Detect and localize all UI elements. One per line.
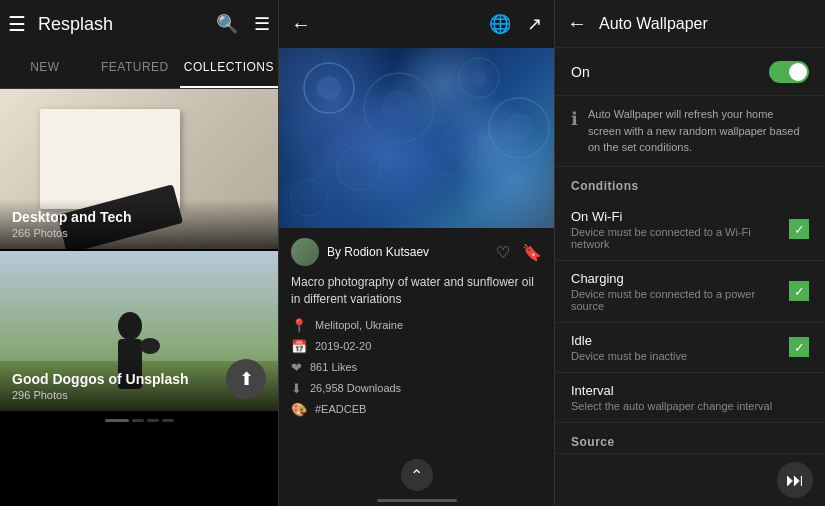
- location-icon: 📍: [291, 318, 307, 333]
- scroll-dot-3: [147, 419, 159, 422]
- avatar: [291, 238, 319, 266]
- svg-point-6: [317, 76, 341, 100]
- tabs: NEW FEATURED COLLECTIONS: [0, 48, 278, 89]
- wifi-checkmark: ✓: [794, 222, 805, 237]
- charging-title: Charging: [571, 271, 789, 286]
- wifi-sub: Device must be connected to a Wi-Fi netw…: [571, 226, 789, 250]
- left-header-icons: 🔍 ☰: [216, 13, 270, 35]
- on-setting-row: On: [555, 48, 825, 96]
- charging-sub: Device must be connected to a power sour…: [571, 288, 789, 312]
- interval-title: Interval: [571, 383, 809, 398]
- info-row: ℹ Auto Wallpaper will refresh your home …: [555, 96, 825, 167]
- menu-icon[interactable]: ☰: [8, 12, 26, 36]
- svg-point-15: [504, 113, 534, 143]
- idle-condition-text: Idle Device must be inactive: [571, 333, 789, 362]
- collection-overlay: Desktop and Tech 266 Photos: [0, 199, 278, 249]
- info-icon: ℹ: [571, 108, 578, 130]
- collection-count: 266 Photos: [12, 227, 266, 239]
- wifi-title: On Wi-Fi: [571, 209, 789, 224]
- back-icon[interactable]: ←: [291, 13, 311, 36]
- svg-point-4: [140, 338, 160, 354]
- scroll-dot-1: [105, 419, 129, 422]
- meta-date: 📅 2019-02-20: [291, 339, 542, 354]
- bookmark-icon[interactable]: 🔖: [522, 243, 542, 262]
- skip-button[interactable]: ⏭: [777, 462, 813, 498]
- wifi-condition-row: On Wi-Fi Device must be connected to a W…: [555, 199, 825, 261]
- chevron-up-button[interactable]: ⌃: [401, 459, 433, 491]
- photo-container: [279, 48, 554, 228]
- color-hex: #EADCEB: [315, 403, 366, 415]
- collection-item[interactable]: Desktop and Tech 266 Photos: [0, 89, 278, 249]
- heart-icon: ❤: [291, 360, 302, 375]
- like-icon[interactable]: ♡: [496, 243, 510, 262]
- interval-row[interactable]: Interval Select the auto wallpaper chang…: [555, 373, 825, 423]
- left-panel: ☰ Resplash 🔍 ☰ NEW FEATURED COLLECTIONS …: [0, 0, 278, 506]
- likes-text: 861 Likes: [310, 361, 357, 373]
- nav-bar: [377, 499, 457, 502]
- middle-bottom-bar: ⌃: [279, 455, 554, 495]
- globe-icon[interactable]: 🌐: [489, 13, 511, 35]
- charging-checkbox[interactable]: ✓: [789, 281, 809, 301]
- source-header: Source: [555, 423, 825, 454]
- right-panel: ← Auto Wallpaper On ℹ Auto Wallpaper wil…: [554, 0, 825, 506]
- filter-icon[interactable]: ☰: [254, 13, 270, 35]
- app-title: Resplash: [38, 14, 216, 35]
- charging-checkmark: ✓: [794, 284, 805, 299]
- author-name: By Rodion Kutsaev: [327, 245, 496, 259]
- idle-checkbox[interactable]: ✓: [789, 337, 809, 357]
- skip-icon: ⏭: [786, 470, 804, 491]
- meta-downloads: ⬇ 26,958 Downloads: [291, 381, 542, 396]
- color-dot: [380, 402, 394, 416]
- on-label: On: [571, 64, 769, 80]
- wifi-checkbox[interactable]: ✓: [789, 219, 809, 239]
- charging-condition-row: Charging Device must be connected to a p…: [555, 261, 825, 323]
- idle-checkmark: ✓: [794, 340, 805, 355]
- downloads-text: 26,958 Downloads: [310, 382, 401, 394]
- tab-new[interactable]: NEW: [0, 48, 90, 88]
- scroll-dot-4: [162, 419, 174, 422]
- bottom-indicator: [279, 495, 554, 506]
- meta-likes: ❤ 861 Likes: [291, 360, 542, 375]
- toggle-knob: [789, 63, 807, 81]
- right-header: ← Auto Wallpaper: [555, 0, 825, 48]
- idle-sub: Device must be inactive: [571, 350, 789, 362]
- svg-point-2: [118, 312, 142, 340]
- collection-item[interactable]: Good Doggos of Unsplash 296 Photos ⬆: [0, 251, 278, 411]
- svg-point-12: [435, 134, 463, 162]
- middle-header: ← 🌐 ↗: [279, 0, 554, 48]
- upload-fab[interactable]: ⬆: [226, 359, 266, 399]
- interval-sub: Select the auto wallpaper change interva…: [571, 400, 809, 412]
- conditions-header: Conditions: [555, 167, 825, 199]
- location-text: Melitopol, Ukraine: [315, 319, 403, 331]
- tab-featured[interactable]: FEATURED: [90, 48, 180, 88]
- tab-collections[interactable]: COLLECTIONS: [180, 48, 278, 88]
- collections-grid: Desktop and Tech 266 Photos: [0, 89, 278, 506]
- middle-panel: ← 🌐 ↗ By Rodion Kutsaev ♡: [278, 0, 554, 506]
- photo-info: By Rodion Kutsaev ♡ 🔖 Macro photography …: [279, 228, 554, 433]
- right-content: On ℹ Auto Wallpaper will refresh your ho…: [555, 48, 825, 453]
- svg-point-16: [291, 180, 327, 216]
- right-back-icon[interactable]: ←: [567, 12, 587, 35]
- charging-condition-text: Charging Device must be connected to a p…: [571, 271, 789, 312]
- svg-point-10: [471, 70, 487, 86]
- svg-point-8: [381, 90, 417, 126]
- chevron-up-icon: ⌃: [410, 466, 423, 485]
- share-icon[interactable]: ↗: [527, 13, 542, 35]
- wifi-condition-text: On Wi-Fi Device must be connected to a W…: [571, 209, 789, 250]
- upload-icon: ⬆: [239, 368, 254, 390]
- search-icon[interactable]: 🔍: [216, 13, 238, 35]
- action-icons: ♡ 🔖: [496, 243, 542, 262]
- left-header: ☰ Resplash 🔍 ☰: [0, 0, 278, 48]
- svg-point-13: [337, 146, 381, 190]
- meta-color: 🎨 #EADCEB: [291, 402, 542, 417]
- palette-icon: 🎨: [291, 402, 307, 417]
- info-text: Auto Wallpaper will refresh your home sc…: [588, 106, 809, 156]
- idle-title: Idle: [571, 333, 789, 348]
- right-bottom-bar: ⏭: [555, 453, 825, 506]
- scroll-indicator: [0, 413, 278, 428]
- scroll-dot-2: [132, 419, 144, 422]
- author-row: By Rodion Kutsaev ♡ 🔖: [291, 238, 542, 266]
- on-toggle[interactable]: [769, 61, 809, 83]
- idle-condition-row: Idle Device must be inactive ✓: [555, 323, 825, 373]
- date-text: 2019-02-20: [315, 340, 371, 352]
